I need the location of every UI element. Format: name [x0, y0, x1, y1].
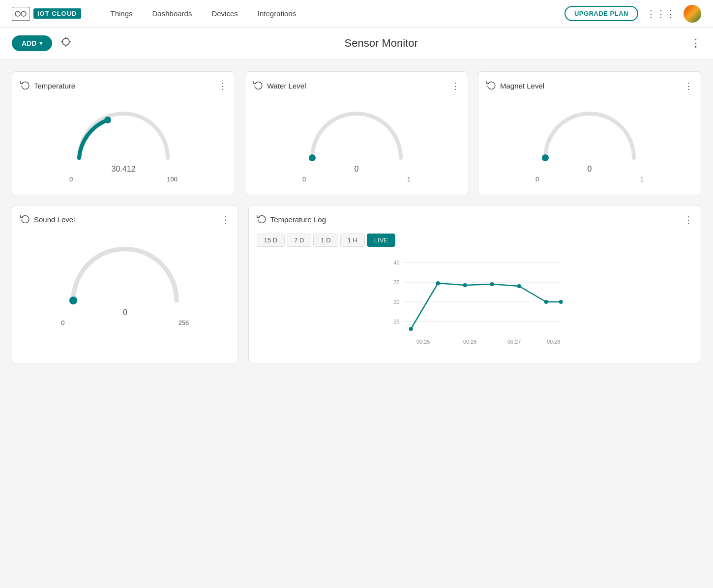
widget-header-sound: Sound Level ⋮	[20, 213, 230, 226]
svg-point-1	[15, 11, 20, 16]
gauge-value-magnet: 0	[588, 165, 592, 174]
chart-area: 40 35 30 25	[257, 253, 693, 351]
nav-right: UPGRADE PLAN ⋮⋮⋮	[564, 5, 701, 23]
widget-more-templog[interactable]: ⋮	[684, 214, 693, 225]
widget-magnet-level: Magnet Level ⋮ 0 0 1	[478, 71, 701, 195]
chart-container: 15 D 7 D 1 D 1 H LIVE 40 35	[257, 230, 693, 355]
gauge-magnet: 0 0 1	[486, 96, 693, 187]
tab-1h[interactable]: 1 H	[340, 234, 365, 247]
gauge-temperature: 30.412 0 100	[20, 96, 227, 187]
svg-point-26	[559, 300, 563, 304]
tab-15d[interactable]: 15 D	[257, 234, 285, 247]
widget-temperature-log: Temperature Log ⋮ 15 D 7 D 1 D 1 H LIVE	[248, 205, 701, 363]
history-icon-temperature	[20, 80, 30, 92]
dashboard: Temperature ⋮ 30.412 0 100	[0, 59, 713, 588]
widget-header-magnet: Magnet Level ⋮	[486, 80, 693, 92]
history-icon-sound	[20, 213, 30, 226]
gauge-svg-sound	[61, 237, 189, 306]
logo: IOT CLOUD	[12, 7, 81, 21]
toolbar: ADD ▾ Sensor Monitor ⋮	[0, 28, 713, 59]
widget-water-level: Water Level ⋮ 0 0 1	[245, 71, 468, 195]
page-more-button[interactable]: ⋮	[690, 37, 701, 50]
gauge-water: 0 0 1	[253, 96, 460, 187]
widget-sound-level: Sound Level ⋮ 0 0 256	[12, 205, 238, 363]
gauge-svg-temperature	[69, 104, 178, 163]
widget-more-temperature[interactable]: ⋮	[218, 81, 227, 91]
widget-header-temperature: Temperature ⋮	[20, 80, 227, 92]
widget-temperature: Temperature ⋮ 30.412 0 100	[12, 71, 235, 195]
gauge-value-temperature: 30.412	[112, 165, 136, 174]
svg-text:00:27: 00:27	[507, 339, 521, 345]
svg-point-3	[62, 38, 69, 45]
grid-icon[interactable]: ⋮⋮⋮	[646, 8, 676, 20]
svg-text:25: 25	[393, 319, 399, 324]
tab-7d[interactable]: 7 D	[287, 234, 311, 247]
svg-point-22	[463, 283, 467, 287]
gauge-value-sound: 0	[123, 308, 127, 317]
widget-more-sound[interactable]: ⋮	[221, 214, 230, 225]
widget-title-sound: Sound Level	[34, 215, 75, 224]
svg-point-9	[309, 154, 316, 161]
gauge-value-water: 0	[355, 165, 359, 174]
svg-point-21	[436, 281, 440, 285]
nav-dashboards[interactable]: Dashboards	[152, 9, 192, 18]
svg-point-25	[544, 300, 548, 304]
nav-devices[interactable]: Devices	[211, 9, 238, 18]
navbar: IOT CLOUD Things Dashboards Devices Inte…	[0, 0, 713, 28]
nav-things[interactable]: Things	[111, 9, 133, 18]
svg-text:40: 40	[393, 260, 399, 265]
chevron-down-icon: ▾	[39, 40, 42, 47]
widget-header-water: Water Level ⋮	[253, 80, 460, 92]
svg-text:00:28: 00:28	[547, 339, 561, 345]
svg-point-20	[409, 327, 413, 331]
svg-point-2	[21, 11, 26, 16]
svg-rect-0	[12, 7, 30, 21]
svg-text:35: 35	[393, 279, 399, 285]
nav-links: Things Dashboards Devices Integrations	[111, 9, 564, 18]
avatar[interactable]	[683, 5, 701, 23]
gauge-row-1: Temperature ⋮ 30.412 0 100	[12, 71, 701, 195]
gauge-range-temperature: 0 100	[69, 176, 178, 183]
chart-svg: 40 35 30 25	[257, 253, 693, 351]
history-icon-water	[253, 80, 263, 92]
widget-header-templog: Temperature Log ⋮	[257, 213, 693, 226]
logo-icon	[12, 7, 30, 21]
svg-text:30: 30	[393, 299, 399, 305]
svg-text:00:25: 00:25	[416, 339, 430, 345]
widget-title-magnet: Magnet Level	[500, 82, 544, 90]
add-button[interactable]: ADD ▾	[12, 35, 52, 51]
widget-title-templog: Temperature Log	[270, 215, 326, 224]
svg-text:00:26: 00:26	[463, 339, 477, 345]
svg-point-24	[517, 284, 521, 288]
widget-title-water: Water Level	[267, 82, 306, 90]
svg-point-23	[490, 282, 494, 286]
gauge-svg-water	[302, 104, 411, 163]
widget-title-temperature: Temperature	[34, 82, 75, 90]
gauge-sound: 0 0 256	[20, 230, 230, 330]
history-icon-magnet	[486, 80, 496, 92]
page-title: Sensor Monitor	[72, 37, 690, 50]
svg-point-11	[69, 296, 77, 304]
tab-1d[interactable]: 1 D	[313, 234, 338, 247]
gauge-row-2: Sound Level ⋮ 0 0 256	[12, 205, 701, 363]
svg-point-8	[104, 117, 111, 123]
widget-more-magnet[interactable]: ⋮	[684, 81, 693, 91]
gauge-range-sound: 0 256	[61, 319, 189, 326]
gauge-range-water: 0 1	[302, 176, 411, 183]
gauge-svg-magnet	[535, 104, 644, 163]
history-icon-templog	[257, 213, 267, 226]
chart-tabs: 15 D 7 D 1 D 1 H LIVE	[257, 234, 693, 247]
tab-live[interactable]: LIVE	[367, 234, 395, 247]
svg-point-10	[542, 154, 549, 161]
nav-integrations[interactable]: Integrations	[258, 9, 296, 18]
upgrade-button[interactable]: UPGRADE PLAN	[564, 6, 638, 21]
gauge-range-magnet: 0 1	[535, 176, 644, 183]
logo-text: IOT CLOUD	[33, 8, 81, 19]
widget-more-water[interactable]: ⋮	[451, 81, 460, 91]
crosshair-button[interactable]	[60, 36, 72, 51]
